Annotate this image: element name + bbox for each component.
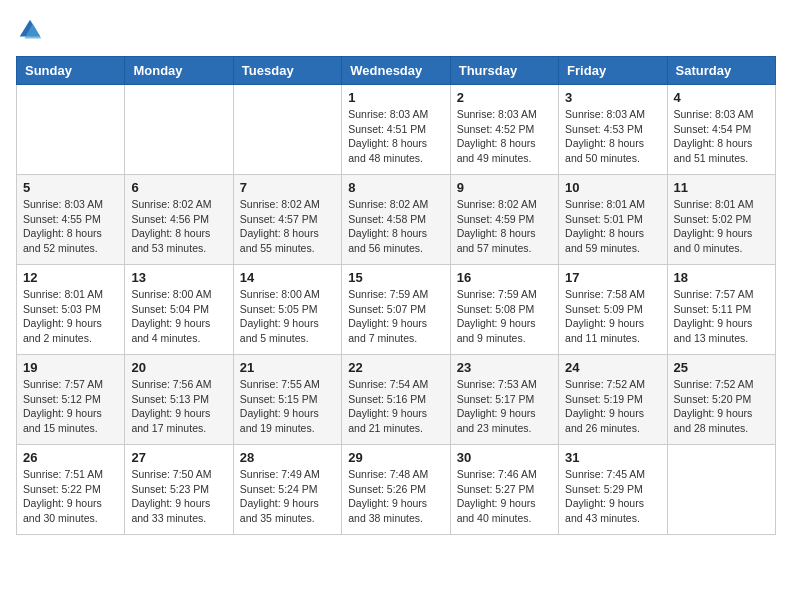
day-info: Sunrise: 7:54 AM Sunset: 5:16 PM Dayligh… bbox=[348, 377, 443, 436]
week-row-2: 5Sunrise: 8:03 AM Sunset: 4:55 PM Daylig… bbox=[17, 175, 776, 265]
calendar-cell: 17Sunrise: 7:58 AM Sunset: 5:09 PM Dayli… bbox=[559, 265, 667, 355]
day-number: 6 bbox=[131, 180, 226, 195]
day-number: 5 bbox=[23, 180, 118, 195]
weekday-header-friday: Friday bbox=[559, 57, 667, 85]
day-info: Sunrise: 8:02 AM Sunset: 4:59 PM Dayligh… bbox=[457, 197, 552, 256]
day-info: Sunrise: 8:01 AM Sunset: 5:03 PM Dayligh… bbox=[23, 287, 118, 346]
day-info: Sunrise: 7:59 AM Sunset: 5:07 PM Dayligh… bbox=[348, 287, 443, 346]
day-info: Sunrise: 7:53 AM Sunset: 5:17 PM Dayligh… bbox=[457, 377, 552, 436]
day-info: Sunrise: 7:56 AM Sunset: 5:13 PM Dayligh… bbox=[131, 377, 226, 436]
calendar-cell: 23Sunrise: 7:53 AM Sunset: 5:17 PM Dayli… bbox=[450, 355, 558, 445]
day-info: Sunrise: 7:55 AM Sunset: 5:15 PM Dayligh… bbox=[240, 377, 335, 436]
day-info: Sunrise: 7:59 AM Sunset: 5:08 PM Dayligh… bbox=[457, 287, 552, 346]
week-row-3: 12Sunrise: 8:01 AM Sunset: 5:03 PM Dayli… bbox=[17, 265, 776, 355]
calendar-cell: 29Sunrise: 7:48 AM Sunset: 5:26 PM Dayli… bbox=[342, 445, 450, 535]
day-number: 15 bbox=[348, 270, 443, 285]
day-number: 21 bbox=[240, 360, 335, 375]
day-number: 25 bbox=[674, 360, 769, 375]
day-info: Sunrise: 7:52 AM Sunset: 5:20 PM Dayligh… bbox=[674, 377, 769, 436]
day-info: Sunrise: 7:58 AM Sunset: 5:09 PM Dayligh… bbox=[565, 287, 660, 346]
calendar-cell: 27Sunrise: 7:50 AM Sunset: 5:23 PM Dayli… bbox=[125, 445, 233, 535]
day-number: 12 bbox=[23, 270, 118, 285]
day-info: Sunrise: 8:03 AM Sunset: 4:52 PM Dayligh… bbox=[457, 107, 552, 166]
weekday-header-wednesday: Wednesday bbox=[342, 57, 450, 85]
day-info: Sunrise: 7:51 AM Sunset: 5:22 PM Dayligh… bbox=[23, 467, 118, 526]
day-number: 24 bbox=[565, 360, 660, 375]
calendar-cell: 21Sunrise: 7:55 AM Sunset: 5:15 PM Dayli… bbox=[233, 355, 341, 445]
day-info: Sunrise: 7:48 AM Sunset: 5:26 PM Dayligh… bbox=[348, 467, 443, 526]
calendar-cell: 13Sunrise: 8:00 AM Sunset: 5:04 PM Dayli… bbox=[125, 265, 233, 355]
week-row-5: 26Sunrise: 7:51 AM Sunset: 5:22 PM Dayli… bbox=[17, 445, 776, 535]
week-row-1: 1Sunrise: 8:03 AM Sunset: 4:51 PM Daylig… bbox=[17, 85, 776, 175]
day-number: 14 bbox=[240, 270, 335, 285]
day-number: 8 bbox=[348, 180, 443, 195]
calendar-cell: 31Sunrise: 7:45 AM Sunset: 5:29 PM Dayli… bbox=[559, 445, 667, 535]
day-number: 13 bbox=[131, 270, 226, 285]
calendar-cell: 14Sunrise: 8:00 AM Sunset: 5:05 PM Dayli… bbox=[233, 265, 341, 355]
day-info: Sunrise: 7:57 AM Sunset: 5:12 PM Dayligh… bbox=[23, 377, 118, 436]
day-info: Sunrise: 8:03 AM Sunset: 4:54 PM Dayligh… bbox=[674, 107, 769, 166]
calendar-cell: 16Sunrise: 7:59 AM Sunset: 5:08 PM Dayli… bbox=[450, 265, 558, 355]
day-info: Sunrise: 7:49 AM Sunset: 5:24 PM Dayligh… bbox=[240, 467, 335, 526]
day-info: Sunrise: 8:03 AM Sunset: 4:51 PM Dayligh… bbox=[348, 107, 443, 166]
calendar-cell: 1Sunrise: 8:03 AM Sunset: 4:51 PM Daylig… bbox=[342, 85, 450, 175]
day-info: Sunrise: 8:01 AM Sunset: 5:02 PM Dayligh… bbox=[674, 197, 769, 256]
calendar-cell: 24Sunrise: 7:52 AM Sunset: 5:19 PM Dayli… bbox=[559, 355, 667, 445]
day-number: 22 bbox=[348, 360, 443, 375]
day-number: 18 bbox=[674, 270, 769, 285]
calendar-cell: 25Sunrise: 7:52 AM Sunset: 5:20 PM Dayli… bbox=[667, 355, 775, 445]
day-number: 30 bbox=[457, 450, 552, 465]
calendar-cell: 18Sunrise: 7:57 AM Sunset: 5:11 PM Dayli… bbox=[667, 265, 775, 355]
calendar-cell: 8Sunrise: 8:02 AM Sunset: 4:58 PM Daylig… bbox=[342, 175, 450, 265]
calendar-cell: 4Sunrise: 8:03 AM Sunset: 4:54 PM Daylig… bbox=[667, 85, 775, 175]
day-info: Sunrise: 8:01 AM Sunset: 5:01 PM Dayligh… bbox=[565, 197, 660, 256]
day-number: 3 bbox=[565, 90, 660, 105]
calendar-cell: 3Sunrise: 8:03 AM Sunset: 4:53 PM Daylig… bbox=[559, 85, 667, 175]
calendar-cell: 19Sunrise: 7:57 AM Sunset: 5:12 PM Dayli… bbox=[17, 355, 125, 445]
day-number: 20 bbox=[131, 360, 226, 375]
day-number: 2 bbox=[457, 90, 552, 105]
day-number: 26 bbox=[23, 450, 118, 465]
weekday-header-tuesday: Tuesday bbox=[233, 57, 341, 85]
calendar-cell bbox=[233, 85, 341, 175]
day-number: 19 bbox=[23, 360, 118, 375]
calendar-cell: 11Sunrise: 8:01 AM Sunset: 5:02 PM Dayli… bbox=[667, 175, 775, 265]
day-number: 31 bbox=[565, 450, 660, 465]
day-info: Sunrise: 8:02 AM Sunset: 4:57 PM Dayligh… bbox=[240, 197, 335, 256]
day-number: 23 bbox=[457, 360, 552, 375]
weekday-header-monday: Monday bbox=[125, 57, 233, 85]
calendar-cell: 5Sunrise: 8:03 AM Sunset: 4:55 PM Daylig… bbox=[17, 175, 125, 265]
calendar-cell: 10Sunrise: 8:01 AM Sunset: 5:01 PM Dayli… bbox=[559, 175, 667, 265]
day-number: 10 bbox=[565, 180, 660, 195]
day-info: Sunrise: 7:45 AM Sunset: 5:29 PM Dayligh… bbox=[565, 467, 660, 526]
calendar-cell: 7Sunrise: 8:02 AM Sunset: 4:57 PM Daylig… bbox=[233, 175, 341, 265]
day-info: Sunrise: 8:02 AM Sunset: 4:58 PM Dayligh… bbox=[348, 197, 443, 256]
day-number: 29 bbox=[348, 450, 443, 465]
day-info: Sunrise: 8:03 AM Sunset: 4:55 PM Dayligh… bbox=[23, 197, 118, 256]
calendar-cell: 12Sunrise: 8:01 AM Sunset: 5:03 PM Dayli… bbox=[17, 265, 125, 355]
day-number: 16 bbox=[457, 270, 552, 285]
weekday-header-row: SundayMondayTuesdayWednesdayThursdayFrid… bbox=[17, 57, 776, 85]
calendar-cell: 9Sunrise: 8:02 AM Sunset: 4:59 PM Daylig… bbox=[450, 175, 558, 265]
day-number: 17 bbox=[565, 270, 660, 285]
weekday-header-sunday: Sunday bbox=[17, 57, 125, 85]
calendar-cell: 26Sunrise: 7:51 AM Sunset: 5:22 PM Dayli… bbox=[17, 445, 125, 535]
calendar-cell bbox=[667, 445, 775, 535]
day-number: 9 bbox=[457, 180, 552, 195]
calendar-cell bbox=[125, 85, 233, 175]
day-info: Sunrise: 7:46 AM Sunset: 5:27 PM Dayligh… bbox=[457, 467, 552, 526]
calendar-cell: 30Sunrise: 7:46 AM Sunset: 5:27 PM Dayli… bbox=[450, 445, 558, 535]
day-number: 28 bbox=[240, 450, 335, 465]
calendar-cell: 28Sunrise: 7:49 AM Sunset: 5:24 PM Dayli… bbox=[233, 445, 341, 535]
calendar-cell bbox=[17, 85, 125, 175]
weekday-header-thursday: Thursday bbox=[450, 57, 558, 85]
logo-icon bbox=[16, 16, 44, 44]
page-header bbox=[16, 16, 776, 44]
day-info: Sunrise: 7:57 AM Sunset: 5:11 PM Dayligh… bbox=[674, 287, 769, 346]
calendar-cell: 2Sunrise: 8:03 AM Sunset: 4:52 PM Daylig… bbox=[450, 85, 558, 175]
calendar-cell: 6Sunrise: 8:02 AM Sunset: 4:56 PM Daylig… bbox=[125, 175, 233, 265]
day-number: 1 bbox=[348, 90, 443, 105]
week-row-4: 19Sunrise: 7:57 AM Sunset: 5:12 PM Dayli… bbox=[17, 355, 776, 445]
weekday-header-saturday: Saturday bbox=[667, 57, 775, 85]
calendar-cell: 22Sunrise: 7:54 AM Sunset: 5:16 PM Dayli… bbox=[342, 355, 450, 445]
